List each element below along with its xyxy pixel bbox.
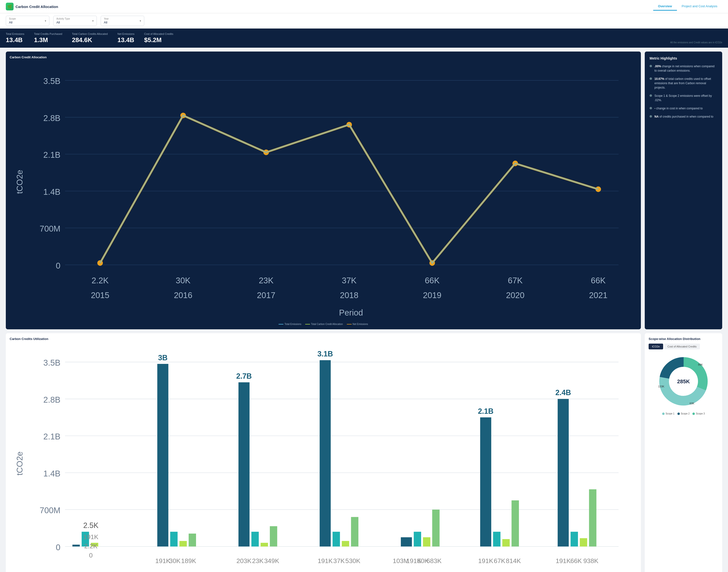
svg-text:23K: 23K [259, 276, 273, 285]
svg-rect-79 [401, 538, 412, 547]
svg-text:2.2K: 2.2K [84, 543, 97, 550]
kpi-cost-allocated: Cost of Allocated Credits $5.2M [144, 32, 173, 44]
svg-text:tCO2e: tCO2e [15, 170, 24, 194]
tab-project-cost[interactable]: Project and Cost Analysis [677, 2, 722, 11]
svg-rect-65 [252, 532, 259, 547]
svg-text:2019: 2019 [423, 291, 442, 300]
svg-rect-95 [557, 399, 569, 547]
logo-area: 🌿 Carbon Credit Allocation [6, 3, 58, 10]
legend-net-emissions: Net Emissions [347, 323, 368, 326]
scope-3-dot [692, 413, 695, 415]
scope-2-label: Scope 2 [681, 412, 690, 415]
scope-legend: Scope 1 Scope 2 Scope 3 [649, 412, 718, 415]
line-chart-legend: Total Emissions Total Carbon Credit Allo… [10, 323, 637, 326]
svg-text:37K: 37K [333, 557, 345, 565]
svg-text:66K: 66K [425, 276, 440, 285]
svg-text:683K: 683K [426, 557, 442, 565]
line-chart-container: 3.5B 2.8B 2.1B 1.4B 700M 0 tCO2e [10, 62, 637, 321]
svg-text:285K: 285K [677, 378, 690, 384]
svg-rect-59 [189, 533, 196, 546]
svg-text:2019: 2019 [410, 570, 428, 572]
svg-text:66K: 66K [591, 276, 605, 285]
utilization-chart-title: Carbon Credits Utilization [10, 337, 637, 341]
highlights-title: Metric Highlights [650, 56, 717, 60]
svg-text:133K: 133K [658, 385, 664, 388]
svg-rect-55 [157, 364, 169, 547]
highlight-bold-1: .00% [654, 65, 661, 68]
svg-text:191K: 191K [478, 557, 493, 565]
svg-rect-80 [414, 532, 421, 547]
kpi-total-emissions: Total Emissions 13.4B [6, 32, 24, 44]
svg-text:89K: 89K [698, 363, 703, 366]
kpi-total-emissions-label: Total Emissions [6, 32, 24, 35]
svg-text:700M: 700M [40, 506, 61, 515]
highlight-text-5: of credits purchased in when compared to [659, 115, 713, 118]
svg-text:0: 0 [56, 543, 61, 552]
highlight-cost-change: - change in cost in when compared to [650, 106, 717, 111]
svg-rect-81 [423, 538, 430, 547]
svg-text:938K: 938K [583, 557, 599, 565]
kpi-credits-allocated-label: Total Carbon Credits Allocated [72, 32, 108, 35]
svg-text:2018: 2018 [329, 570, 347, 572]
svg-text:2016: 2016 [164, 570, 183, 572]
line-chart-svg: 3.5B 2.8B 2.1B 1.4B 700M 0 tCO2e [10, 62, 637, 320]
svg-text:2.4B: 2.4B [555, 388, 571, 397]
kpi-net-emissions-value: 13.4B [117, 36, 134, 44]
app-title: Carbon Credit Allocation [15, 5, 58, 9]
svg-text:67K: 67K [508, 276, 523, 285]
utilization-chart-card: Carbon Credits Utilization 3.5B 2.8B 2.1… [6, 333, 641, 572]
highlight-dot-2 [650, 77, 652, 80]
svg-text:3B: 3B [158, 354, 168, 362]
svg-text:2017: 2017 [248, 570, 266, 572]
svg-rect-90 [502, 539, 510, 546]
svg-text:700M: 700M [40, 224, 61, 233]
tab-overview[interactable]: Overview [653, 2, 677, 11]
svg-rect-87 [480, 417, 491, 547]
highlight-dot-3 [650, 94, 652, 97]
svg-text:349K: 349K [264, 557, 279, 565]
kpi-total-emissions-value: 13.4B [6, 36, 24, 44]
scope-filter-value: All [9, 20, 46, 24]
svg-rect-58 [179, 541, 187, 547]
kpi-row: Total Emissions 13.4B Total Credits Purc… [0, 28, 728, 48]
svg-text:2020: 2020 [489, 570, 508, 572]
donut-chart-card: Scope-wise Allocation Distribution tCO2e… [645, 333, 722, 572]
tab-tco2e[interactable]: tCO2e [649, 344, 663, 349]
scope-filter-label: Scope [9, 17, 46, 20]
svg-rect-74 [342, 541, 349, 547]
svg-rect-75 [351, 517, 358, 547]
kpi-cost-allocated-label: Cost of Allocated Credits [144, 32, 173, 35]
svg-rect-98 [580, 539, 587, 547]
svg-text:66K: 66K [571, 557, 582, 565]
svg-text:2020: 2020 [506, 291, 524, 300]
highlight-text-4: change in cost in when compared to [655, 107, 703, 110]
svg-rect-71 [320, 360, 331, 547]
svg-text:2.1B: 2.1B [43, 432, 61, 441]
svg-text:3.5B: 3.5B [43, 358, 61, 367]
svg-text:63K: 63K [689, 402, 694, 405]
highlight-scope-offset: Scope 1 & Scope 2 emissions were offset … [650, 94, 717, 102]
kpi-note: All the emissions and Credit values are … [670, 41, 722, 44]
kpi-credits-allocated-value: 284.6K [72, 36, 108, 44]
scope-filter[interactable]: Scope All ▼ [6, 16, 49, 26]
tab-cost[interactable]: Cost of Allocated Credits [664, 344, 700, 349]
activity-type-arrow: ▼ [92, 20, 94, 22]
year-filter[interactable]: Year All ▼ [101, 16, 144, 26]
svg-text:2.1B: 2.1B [478, 407, 493, 415]
svg-text:2021: 2021 [567, 570, 585, 572]
svg-text:3.1B: 3.1B [317, 350, 333, 358]
svg-text:Period: Period [339, 308, 363, 317]
kpi-credits-purchased: Total Credits Purchased 1.3M [34, 32, 62, 44]
svg-rect-48 [72, 545, 80, 547]
svg-text:2.8B: 2.8B [43, 114, 61, 123]
svg-text:3.5B: 3.5B [43, 76, 61, 86]
svg-text:0: 0 [89, 552, 93, 559]
svg-text:2.2K: 2.2K [91, 276, 109, 285]
highlight-bold-2: 10.67% [654, 77, 664, 81]
scope-1-label: Scope 1 [666, 412, 674, 415]
svg-text:1.4B: 1.4B [43, 187, 61, 197]
highlight-text-3: Scope 1 & Scope 2 emissions were offset … [654, 94, 717, 102]
activity-type-filter[interactable]: Activity Type All ▼ [53, 16, 97, 26]
svg-text:1.4B: 1.4B [43, 469, 61, 478]
svg-text:2017: 2017 [257, 291, 275, 300]
